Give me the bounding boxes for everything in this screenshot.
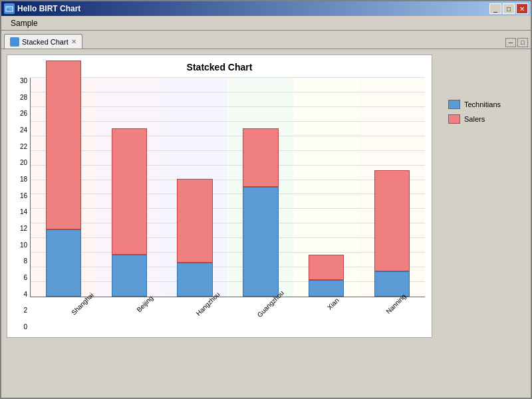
tab-minimize-btn[interactable]: ─ [505, 38, 516, 47]
legend-label: Salers [464, 115, 485, 123]
tab-close-icon[interactable]: ✕ [71, 38, 76, 45]
bar-salers [243, 128, 278, 188]
legend-color-box [448, 114, 460, 124]
y-tick-label: 10 [20, 242, 27, 249]
grid-line [31, 208, 425, 209]
y-tick-label: 30 [20, 78, 27, 84]
y-tick-label: 0 [23, 324, 27, 331]
grid-line [31, 281, 425, 282]
y-tick-label: 16 [20, 193, 27, 200]
bar-technicians [177, 263, 212, 297]
grid-line [31, 106, 425, 107]
legend-item: Technitians [448, 100, 501, 109]
y-tick-label: 14 [20, 209, 27, 215]
legend-label: Technitians [464, 100, 501, 108]
bar-technicians [374, 271, 410, 297]
grid-line [31, 92, 425, 92]
y-axis: 024681012141618202224262830 [14, 78, 30, 331]
y-tick-label: 6 [23, 275, 27, 281]
bar-salers [112, 128, 147, 255]
x-labels: ShanghaiBeijingHangzhouGuangzhouXianNann… [49, 297, 425, 331]
grid-line [31, 267, 425, 267]
app-icon [4, 3, 15, 14]
y-tick-label: 26 [20, 110, 27, 117]
x-tick-label: Beijing [111, 297, 174, 331]
grid-line [31, 252, 425, 253]
legend: TechnitiansSalers [443, 94, 506, 129]
grid-line [31, 150, 425, 151]
title-bar: Hello BIRT Chart _ □ ✕ [1, 1, 531, 16]
tab-bar-controls: ─ □ [505, 38, 528, 49]
menu-sample[interactable]: Sample [5, 17, 43, 29]
tab-icon [10, 37, 19, 47]
main-window: Hello BIRT Chart _ □ ✕ Sample Stacked Ch… [0, 0, 532, 399]
close-button[interactable]: ✕ [516, 3, 528, 14]
bar-technicians [46, 229, 81, 297]
chart-container: Statcked Chart 0246810121416182022242628… [7, 55, 432, 338]
grid-line [31, 223, 425, 223]
x-tick-label: Hangzhou [174, 297, 237, 331]
grid-line [31, 136, 425, 136]
chart-wrapper: Statcked Chart 0246810121416182022242628… [7, 55, 525, 338]
grid-line [31, 180, 425, 180]
grid-line [31, 165, 425, 166]
x-tick-label: Xian [299, 297, 362, 331]
y-tick-label: 8 [23, 258, 27, 265]
title-bar-left: Hello BIRT Chart [4, 3, 80, 14]
y-tick-label: 12 [20, 225, 27, 232]
chart-area: 024681012141618202224262830 Shangha [14, 78, 425, 331]
x-tick-label: Guangzhou [237, 297, 299, 331]
y-tick-label: 4 [23, 291, 27, 298]
bar-salers [309, 255, 344, 280]
window-title: Hello BIRT Chart [17, 4, 80, 13]
bar-salers [177, 179, 212, 263]
x-tick-label: Nanning [362, 297, 425, 331]
chart-plot [30, 78, 425, 297]
y-tick-label: 2 [23, 307, 27, 314]
minimize-button[interactable]: _ [489, 3, 501, 14]
content-area: Statcked Chart 0246810121416182022242628… [1, 49, 531, 398]
y-tick-label: 18 [20, 176, 27, 183]
y-tick-label: 22 [20, 144, 27, 150]
bar-technicians [112, 255, 147, 297]
bar-salers [374, 170, 410, 271]
y-tick-label: 24 [20, 127, 27, 134]
grid-line [31, 77, 425, 78]
tab-bar: Stacked Chart ✕ ─ □ [1, 31, 531, 49]
legend-item: Salers [448, 114, 501, 124]
bar-salers [46, 61, 81, 229]
window-controls: _ □ ✕ [489, 3, 528, 14]
y-tick-label: 28 [20, 94, 27, 101]
tab-label: Stacked Chart [22, 38, 68, 46]
maximize-button[interactable]: □ [503, 3, 515, 14]
grid-line [31, 121, 425, 122]
tab-restore-btn[interactable]: □ [517, 38, 528, 47]
legend-color-box [448, 100, 460, 109]
bar-technicians [309, 280, 344, 297]
grid-line [31, 194, 425, 194]
grid-line [31, 237, 425, 238]
menu-bar: Sample [1, 16, 531, 31]
bar-technicians [243, 187, 278, 297]
x-tick-label: Shanghai [49, 297, 111, 331]
y-tick-label: 20 [20, 160, 27, 166]
tab-stacked-chart[interactable]: Stacked Chart ✕ [4, 34, 82, 49]
